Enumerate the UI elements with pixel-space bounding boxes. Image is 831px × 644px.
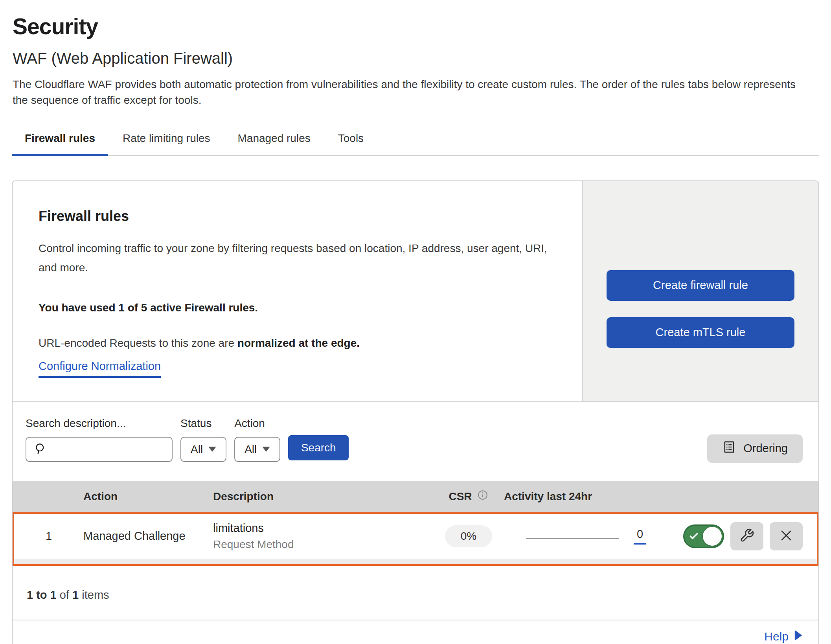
search-button[interactable]: Search: [288, 435, 349, 460]
filterbar: Search description... Status All Action: [13, 402, 818, 481]
search-box: [26, 437, 173, 462]
usage-line: You have used 1 of 5 active Firewall rul…: [39, 302, 550, 314]
actions-panel: Create firewall rule Create mTLS rule: [582, 181, 818, 401]
normalization-line: URL-encoded Requests to this zone are no…: [39, 337, 550, 350]
overview-heading: Firewall rules: [39, 208, 550, 224]
header-activity: Activity last 24hr: [504, 490, 669, 503]
overview-description: Control incoming traffic to your zone by…: [39, 239, 550, 277]
delete-rule-button[interactable]: [770, 522, 803, 550]
table-header: Action Description CSR Activity last 24h…: [13, 481, 818, 512]
toggle-knob: [703, 527, 722, 546]
configure-normalization-link[interactable]: Configure Normalization: [39, 360, 161, 378]
search-label: Search description...: [26, 417, 173, 430]
action-select[interactable]: All: [234, 437, 280, 462]
tab-managed-rules[interactable]: Managed rules: [225, 127, 324, 155]
row-bottom-strip: [14, 559, 817, 564]
status-label: Status: [180, 417, 226, 430]
tab-tools[interactable]: Tools: [325, 127, 377, 155]
close-icon: [779, 528, 794, 544]
help-link[interactable]: Help: [764, 630, 802, 643]
page-subtitle: WAF (Web Application Firewall): [13, 50, 819, 67]
rule-controls: [669, 522, 817, 550]
header-description: Description: [213, 490, 433, 503]
table-row: 1 Managed Challenge limitations Request …: [13, 512, 818, 566]
create-mtls-rule-button[interactable]: Create mTLS rule: [607, 317, 794, 348]
ordering-list-icon: [722, 440, 736, 457]
header-csr: CSR: [433, 489, 504, 504]
arrow-right-icon: [794, 630, 802, 643]
tab-rate-limiting-rules[interactable]: Rate limiting rules: [110, 127, 223, 155]
check-icon: [689, 531, 699, 541]
rule-csr: 0%: [433, 525, 504, 547]
action-group: Action All: [234, 417, 280, 462]
tabbar: Firewall rules Rate limiting rules Manag…: [12, 127, 819, 156]
pagination-status: 1 to 1 of 1 items: [13, 566, 818, 620]
create-firewall-rule-button[interactable]: Create firewall rule: [607, 270, 794, 301]
search-group: Search description...: [26, 417, 173, 462]
rule-activity: 0: [504, 528, 669, 545]
firewall-rules-overview: Firewall rules Control incoming traffic …: [13, 181, 818, 402]
status-group: Status All: [180, 417, 226, 462]
rule-action: Managed Challenge: [83, 530, 213, 543]
page-title: Security: [13, 13, 819, 39]
rule-enabled-toggle[interactable]: [683, 524, 724, 548]
info-icon[interactable]: [477, 489, 489, 504]
security-waf-page: Security WAF (Web Application Firewall) …: [0, 0, 831, 644]
rule-row-content: 1 Managed Challenge limitations Request …: [14, 514, 817, 559]
ordering-button[interactable]: Ordering: [707, 434, 803, 463]
search-icon: [33, 442, 47, 457]
activity-count-link[interactable]: 0: [634, 528, 646, 545]
rule-description-name: limitations: [213, 522, 433, 535]
help-row: Help: [13, 620, 818, 644]
rule-priority: 1: [14, 530, 83, 543]
header-action: Action: [83, 490, 213, 503]
status-select[interactable]: All: [180, 437, 226, 462]
rule-description: limitations Request Method: [213, 522, 433, 551]
page-description: The Cloudflare WAF provides both automat…: [13, 77, 797, 109]
firewall-rules-card: Firewall rules Control incoming traffic …: [12, 180, 819, 644]
tab-firewall-rules[interactable]: Firewall rules: [12, 127, 108, 155]
wrench-icon: [739, 528, 754, 544]
chevron-down-icon: [208, 447, 216, 452]
activity-sparkline: [526, 538, 619, 539]
chevron-down-icon: [262, 447, 270, 452]
edit-rule-button[interactable]: [730, 522, 763, 550]
csr-badge: 0%: [445, 525, 492, 547]
overview-text: Firewall rules Control incoming traffic …: [13, 181, 582, 401]
search-input[interactable]: [51, 443, 172, 456]
rule-description-detail: Request Method: [213, 538, 433, 551]
action-label: Action: [234, 417, 280, 430]
